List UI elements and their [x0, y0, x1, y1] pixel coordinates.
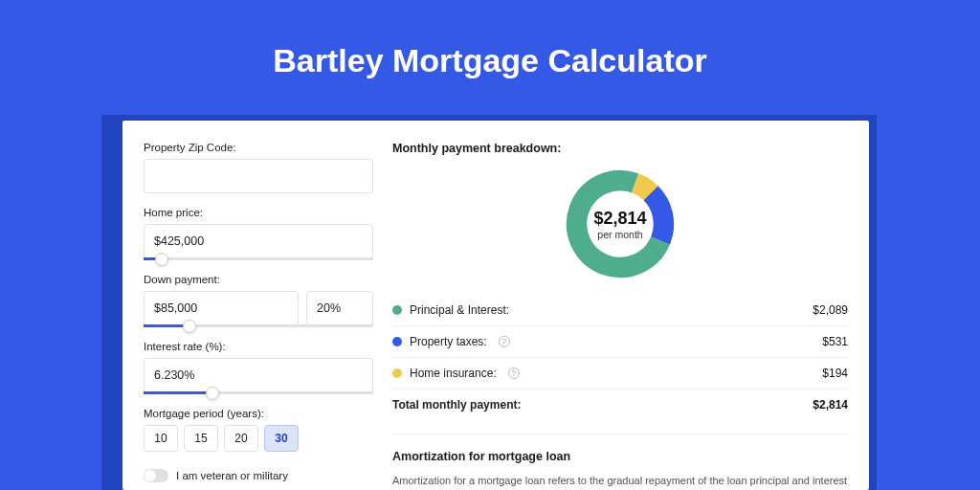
legend-dot-icon	[392, 337, 402, 346]
donut-chart: $2,814 per month	[563, 167, 678, 281]
home-price-field: Home price:	[144, 207, 373, 260]
home-price-label: Home price:	[144, 207, 373, 218]
down-payment-slider[interactable]	[144, 324, 373, 327]
help-icon[interactable]: ?	[508, 368, 520, 379]
interest-field: Interest rate (%):	[144, 341, 373, 394]
veteran-row: I am veteran or military	[144, 469, 373, 482]
donut-sublabel: per month	[597, 229, 642, 240]
veteran-label: I am veteran or military	[176, 470, 288, 481]
period-option-20[interactable]: 20	[224, 425, 258, 452]
interest-slider[interactable]	[144, 391, 373, 394]
slider-thumb[interactable]	[206, 387, 219, 400]
down-payment-input[interactable]	[144, 291, 299, 325]
zip-label: Property Zip Code:	[144, 142, 373, 153]
amortization-title: Amortization for mortgage loan	[392, 450, 848, 463]
breakdown-legend: Principal & Interest:$2,089Property taxe…	[392, 295, 848, 420]
zip-field: Property Zip Code:	[144, 142, 373, 193]
legend-dot-icon	[392, 368, 402, 378]
home-price-slider[interactable]	[144, 257, 373, 260]
total-value: $2,814	[813, 398, 848, 412]
breakdown-title: Monthly payment breakdown:	[392, 142, 848, 155]
legend-value: $2,089	[813, 303, 848, 317]
donut-value: $2,814	[593, 209, 646, 229]
inputs-panel: Property Zip Code: Home price: Down paym…	[144, 142, 373, 490]
down-payment-label: Down payment:	[144, 274, 373, 285]
interest-label: Interest rate (%):	[144, 341, 373, 352]
down-payment-pct-input[interactable]	[306, 291, 373, 325]
veteran-toggle[interactable]	[144, 469, 168, 482]
donut-center: $2,814 per month	[563, 167, 678, 281]
donut-chart-area: $2,814 per month	[392, 167, 848, 281]
legend-value: $194	[822, 367, 848, 380]
legend-label: Principal & Interest:	[410, 303, 509, 317]
amortization-section: Amortization for mortgage loan Amortizat…	[392, 434, 848, 490]
help-icon[interactable]: ?	[499, 336, 510, 347]
period-options: 10152030	[144, 425, 373, 452]
period-label: Mortgage period (years):	[144, 408, 373, 419]
period-option-15[interactable]: 15	[184, 425, 218, 452]
amortization-text: Amortization for a mortgage loan refers …	[392, 473, 848, 490]
period-option-30[interactable]: 30	[264, 425, 299, 452]
legend-row-total: Total monthly payment:$2,814	[392, 390, 848, 420]
slider-thumb[interactable]	[155, 253, 168, 266]
page-title: Bartley Mortgage Calculator	[0, 0, 980, 102]
zip-input[interactable]	[144, 159, 373, 193]
home-price-input[interactable]	[144, 224, 373, 258]
slider-thumb[interactable]	[183, 320, 196, 333]
period-option-10[interactable]: 10	[144, 425, 178, 452]
total-label: Total monthly payment:	[392, 398, 521, 412]
period-field: Mortgage period (years): 10152030	[144, 408, 373, 452]
calculator-card: Property Zip Code: Home price: Down paym…	[122, 121, 869, 490]
legend-label: Home insurance:	[410, 367, 497, 380]
legend-row-ins: Home insurance:?$194	[392, 358, 848, 390]
legend-dot-icon	[392, 305, 402, 315]
legend-row-tax: Property taxes:?$531	[392, 326, 848, 358]
legend-value: $531	[822, 335, 848, 348]
legend-row-pi: Principal & Interest:$2,089	[392, 295, 848, 326]
legend-label: Property taxes:	[410, 335, 487, 348]
down-payment-field: Down payment:	[144, 274, 373, 327]
results-panel: Monthly payment breakdown: $2,814 per mo…	[392, 142, 848, 490]
interest-input[interactable]	[144, 358, 373, 392]
